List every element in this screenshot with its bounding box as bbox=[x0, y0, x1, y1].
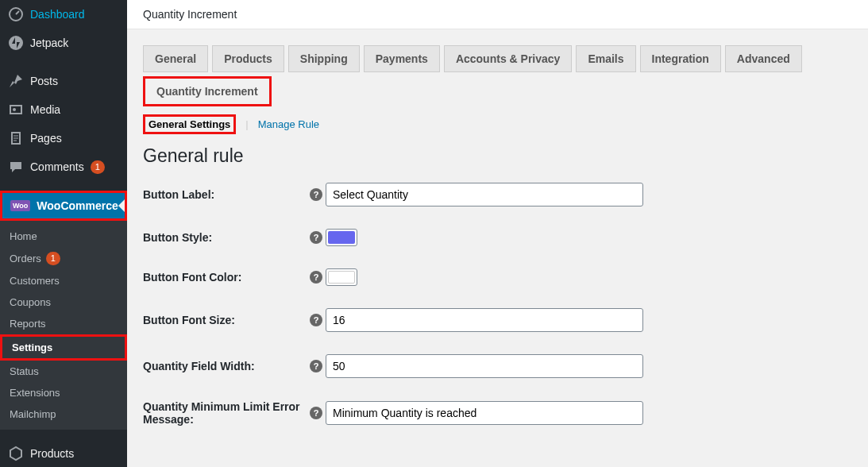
help-button-font-color[interactable]: ? bbox=[310, 271, 326, 284]
sidebar-item-label: WooCommerce bbox=[37, 199, 118, 212]
help-button-font-size[interactable]: ? bbox=[310, 314, 326, 326]
sidebar-sub-label: Settings bbox=[12, 342, 52, 353]
row-button-label: Button Label: ? bbox=[143, 183, 852, 206]
svg-point-1 bbox=[9, 36, 23, 50]
color-swatch-inner bbox=[328, 271, 355, 284]
sidebar-sub-extensions[interactable]: Extensions bbox=[0, 382, 127, 403]
tab-integration[interactable]: Integration bbox=[640, 45, 721, 72]
tab-products[interactable]: Products bbox=[212, 45, 284, 72]
sidebar-item-label: Pages bbox=[30, 132, 62, 145]
label-button-font-color: Button Font Color: bbox=[143, 271, 310, 284]
main-content: Quantity Increment General Products Ship… bbox=[127, 0, 868, 467]
help-qty-min-error[interactable]: ? bbox=[310, 407, 326, 419]
input-button-label[interactable] bbox=[326, 183, 643, 206]
comment-icon bbox=[8, 159, 24, 175]
subtab-separator: | bbox=[245, 118, 248, 130]
label-qty-min-error: Quantity Minimum Limit Error Message: bbox=[143, 400, 310, 426]
sidebar-sub-label: Customers bbox=[10, 275, 60, 287]
sidebar-item-jetpack[interactable]: Jetpack bbox=[0, 29, 127, 57]
jetpack-icon bbox=[8, 35, 24, 51]
row-qty-min-error: Quantity Minimum Limit Error Message: ? bbox=[143, 400, 852, 426]
color-swatch-inner bbox=[328, 231, 355, 244]
tab-advanced[interactable]: Advanced bbox=[725, 45, 802, 72]
color-input-button-font-color[interactable] bbox=[326, 268, 357, 286]
sidebar-sub-reports[interactable]: Reports bbox=[0, 313, 127, 334]
sidebar-sub-label: Reports bbox=[10, 318, 46, 330]
sidebar-item-label: Media bbox=[30, 103, 60, 116]
sidebar-item-label: Comments bbox=[30, 160, 84, 173]
label-button-style: Button Style: bbox=[143, 231, 310, 244]
sidebar-item-posts[interactable]: Posts bbox=[0, 67, 127, 95]
sidebar-item-label: Products bbox=[30, 447, 74, 460]
subtab-general-settings[interactable]: General Settings bbox=[143, 114, 236, 134]
tab-shipping[interactable]: Shipping bbox=[288, 45, 360, 72]
color-input-button-style[interactable] bbox=[326, 229, 357, 246]
sidebar-item-media[interactable]: Media bbox=[0, 95, 127, 124]
orders-count-badge: 1 bbox=[46, 252, 60, 265]
help-icon: ? bbox=[310, 407, 322, 419]
tab-quantity-increment[interactable]: Quantity Increment bbox=[143, 76, 272, 106]
sidebar-sub-customers[interactable]: Customers bbox=[0, 270, 127, 291]
tab-general[interactable]: General bbox=[143, 45, 208, 72]
sidebar-item-products[interactable]: Products bbox=[0, 439, 127, 467]
sidebar-item-comments[interactable]: Comments 1 bbox=[0, 152, 127, 181]
pages-icon bbox=[8, 130, 24, 146]
svg-point-3 bbox=[13, 108, 16, 111]
help-icon: ? bbox=[310, 188, 322, 201]
sidebar-sub-settings[interactable]: Settings bbox=[0, 334, 127, 361]
woocommerce-submenu: Home Orders 1 Customers Coupons Reports … bbox=[0, 221, 127, 430]
row-button-style: Button Style: ? bbox=[143, 229, 852, 246]
sidebar-item-label: Dashboard bbox=[30, 8, 85, 21]
help-button-label[interactable]: ? bbox=[310, 188, 326, 201]
label-qty-field-width: Quantity Field Width: bbox=[143, 360, 310, 372]
row-button-font-size: Button Font Size: ? bbox=[143, 308, 852, 332]
sidebar-sub-label: Home bbox=[10, 230, 37, 242]
dashboard-icon bbox=[8, 6, 24, 22]
label-button-label: Button Label: bbox=[143, 188, 310, 201]
subtab-manage-rule[interactable]: Manage Rule bbox=[258, 118, 319, 130]
label-button-font-size: Button Font Size: bbox=[143, 314, 310, 326]
sidebar-item-pages[interactable]: Pages bbox=[0, 124, 127, 152]
sidebar-sub-mailchimp[interactable]: Mailchimp bbox=[0, 403, 127, 425]
settings-subtabs: General Settings | Manage Rule bbox=[143, 114, 852, 134]
sidebar-item-dashboard[interactable]: Dashboard bbox=[0, 0, 127, 29]
sidebar-item-label: Posts bbox=[30, 75, 58, 87]
page-title: Quantity Increment bbox=[127, 0, 868, 29]
help-icon: ? bbox=[310, 271, 322, 284]
row-button-font-color: Button Font Color: ? bbox=[143, 268, 852, 286]
sidebar-sub-orders[interactable]: Orders 1 bbox=[0, 247, 127, 270]
sidebar-sub-label: Mailchimp bbox=[10, 408, 56, 420]
tab-emails[interactable]: Emails bbox=[576, 45, 635, 72]
row-qty-field-width: Quantity Field Width: ? bbox=[143, 354, 852, 378]
media-icon bbox=[8, 102, 24, 118]
products-icon bbox=[8, 446, 24, 461]
settings-tabs: General Products Shipping Payments Accou… bbox=[143, 45, 852, 106]
woo-icon: Woo bbox=[10, 200, 30, 211]
comments-count-badge: 1 bbox=[91, 160, 105, 174]
admin-sidebar: Dashboard Jetpack Posts Media Pages Comm… bbox=[0, 0, 127, 467]
input-qty-field-width[interactable] bbox=[326, 354, 643, 378]
sidebar-sub-label: Orders bbox=[10, 253, 41, 264]
sidebar-sub-label: Coupons bbox=[10, 296, 51, 308]
tab-payments[interactable]: Payments bbox=[364, 45, 440, 72]
sidebar-item-label: Jetpack bbox=[30, 37, 68, 49]
sidebar-sub-home[interactable]: Home bbox=[0, 226, 127, 247]
sidebar-sub-status[interactable]: Status bbox=[0, 361, 127, 382]
input-button-font-size[interactable] bbox=[326, 308, 643, 332]
help-qty-field-width[interactable]: ? bbox=[310, 360, 326, 372]
sidebar-sub-label: Status bbox=[10, 365, 39, 377]
help-button-style[interactable]: ? bbox=[310, 231, 326, 244]
sidebar-sub-coupons[interactable]: Coupons bbox=[0, 291, 127, 313]
input-qty-min-error[interactable] bbox=[326, 401, 643, 425]
sidebar-item-woocommerce[interactable]: Woo WooCommerce bbox=[0, 191, 127, 221]
section-heading: General rule bbox=[143, 145, 852, 167]
help-icon: ? bbox=[310, 231, 322, 244]
help-icon: ? bbox=[310, 314, 322, 326]
tab-accounts-privacy[interactable]: Accounts & Privacy bbox=[444, 45, 573, 72]
sidebar-sub-label: Extensions bbox=[10, 387, 60, 399]
pin-icon bbox=[8, 73, 24, 89]
help-icon: ? bbox=[310, 360, 322, 372]
